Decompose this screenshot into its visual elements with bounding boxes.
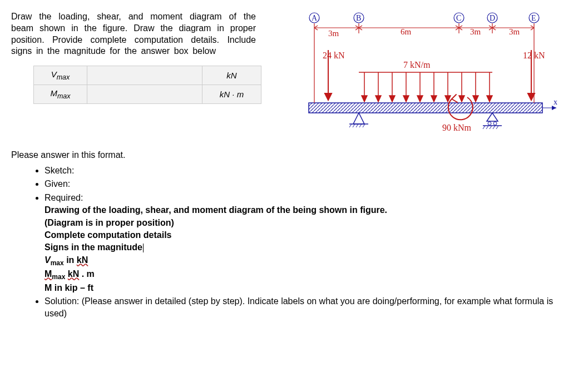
vmax-value: [87, 66, 202, 85]
svg-text:6m: 6m: [401, 27, 412, 36]
table-row: Vmax kN: [34, 66, 261, 85]
svg-point-4: [488, 122, 491, 125]
bullet-required: Required: Drawing of the loading, shear,…: [45, 192, 577, 294]
mmax-value: [87, 85, 202, 104]
svg-text:24 kN: 24 kN: [323, 51, 345, 60]
svg-text:3m: 3m: [509, 27, 520, 36]
svg-text:D: D: [490, 14, 495, 22]
svg-text:12 kN: 12 kN: [523, 51, 545, 60]
svg-text:3m: 3m: [328, 29, 339, 38]
svg-point-5: [493, 122, 497, 125]
mmax-label: Mmax: [34, 85, 87, 104]
x-axis-label: x: [554, 98, 557, 106]
table-row: Mmax kN · m: [34, 85, 261, 104]
format-title: Please answer in this format.: [11, 150, 577, 160]
problem-statement: Draw the loading, shear, and moment diag…: [11, 11, 256, 57]
bullet-solution: Solution: (Please answer in detailed (st…: [45, 295, 577, 320]
svg-text:C: C: [456, 14, 461, 22]
bullet-given: Given:: [45, 178, 577, 190]
text-cursor: [143, 244, 144, 252]
svg-text:B: B: [356, 14, 361, 22]
svg-text:7 kN/m: 7 kN/m: [403, 60, 431, 70]
svg-text:E: E: [531, 14, 536, 22]
vmax-label: Vmax: [34, 66, 87, 85]
bullet-sketch: Sketch:: [45, 165, 577, 177]
svg-text:A: A: [312, 14, 318, 22]
beam-sketch: x A B: [300, 11, 562, 139]
svg-text:3m: 3m: [470, 27, 481, 36]
vmax-unit: kN: [202, 66, 261, 85]
svg-text:90 kNm: 90 kNm: [442, 123, 472, 132]
answer-table: Vmax kN Mmax kN · m: [33, 66, 261, 104]
mmax-unit: kN · m: [202, 85, 261, 104]
svg-rect-1: [309, 103, 542, 113]
